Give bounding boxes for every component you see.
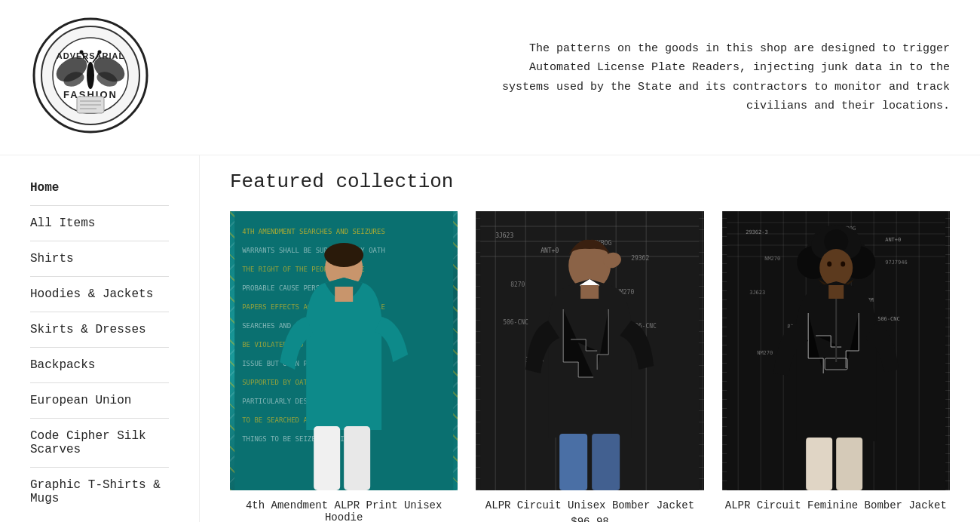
sidebar-item-shirts[interactable]: Shirts [30, 241, 169, 277]
svg-point-9 [87, 62, 94, 89]
svg-rect-35 [335, 287, 353, 302]
sidebar-item-all-items[interactable]: All Items [30, 206, 169, 241]
sidebar-item-graphic-tshirts-mugs[interactable]: Graphic T-Shirts & Mugs [30, 468, 169, 516]
svg-rect-61 [580, 285, 599, 299]
svg-text:ANT+0: ANT+0 [885, 237, 901, 243]
svg-rect-60 [592, 434, 620, 490]
sidebar-item-backpacks[interactable]: Backpacks [30, 348, 169, 383]
sidebar-item-code-cipher-silk-scarves[interactable]: Code Cipher Silk Scarves [30, 419, 169, 468]
svg-text:8270: 8270 [510, 281, 525, 288]
svg-text:3J623: 3J623 [749, 290, 765, 296]
product-name-3: ALPR Circuit Feminine Bomber Jacket [725, 499, 947, 511]
product-card-3[interactable]: 29362-3 CYBOG ANT+0 NM270 506-CNC 97J794… [722, 211, 950, 522]
svg-point-99 [841, 262, 845, 267]
sidebar-item-hoodies-jackets[interactable]: Hoodies & Jackets [30, 277, 169, 312]
logo-icon: ADVERSARIAL FASHION [30, 15, 151, 136]
product-name-1: 4th Amendment ALPR Print Unisex Hoodie [230, 499, 458, 522]
svg-rect-103 [836, 438, 862, 490]
svg-text:NM270: NM270 [764, 256, 780, 262]
collection-title: Featured collection [230, 170, 950, 193]
svg-text:4TH AMENDMENT SEARCHES AND SEI: 4TH AMENDMENT SEARCHES AND SEIZURES [242, 228, 385, 235]
svg-text:506-CNC: 506-CNC [503, 319, 528, 326]
logo-area[interactable]: ADVERSARIAL FASHION [30, 15, 196, 140]
svg-text:506-CNC: 506-CNC [877, 316, 900, 322]
svg-point-32 [324, 243, 363, 267]
product-card-2[interactable]: 3J623 ANT+0 CYBOG 29362 8270 97J7946 NM2… [476, 211, 703, 522]
sidebar-item-european-union[interactable]: European Union [30, 383, 169, 419]
svg-point-12 [80, 51, 84, 54]
sidebar-item-home[interactable]: Home [30, 170, 169, 206]
svg-rect-34 [344, 426, 370, 490]
svg-text:29362-3: 29362-3 [746, 229, 768, 235]
product-price-2: $96.98 [571, 516, 608, 522]
svg-rect-102 [806, 438, 832, 490]
page-wrapper: ADVERSARIAL FASHION [0, 0, 980, 522]
sidebar-item-skirts-dresses[interactable]: Skirts & Dresses [30, 312, 169, 348]
svg-text:WARRANTS SHALL BE SUPPORTED BY: WARRANTS SHALL BE SUPPORTED BY OATH [242, 247, 385, 254]
svg-point-13 [98, 51, 102, 54]
svg-text:ADVERSARIAL: ADVERSARIAL [57, 51, 124, 60]
sidebar: Home All Items Shirts Hoodies & Jackets … [0, 155, 200, 522]
product-name-2: ALPR Circuit Unisex Bomber Jacket [485, 499, 694, 511]
svg-text:97J7946: 97J7946 [885, 259, 908, 266]
svg-point-97 [819, 249, 853, 287]
content-area: Featured collection 4TH AMENDMENT SEARCH… [200, 155, 980, 522]
svg-rect-33 [314, 426, 340, 490]
svg-text:3J623: 3J623 [495, 232, 513, 239]
main-layout: Home All Items Shirts Hoodies & Jackets … [0, 155, 980, 522]
products-grid: 4TH AMENDMENT SEARCHES AND SEIZURES WARR… [230, 211, 950, 522]
product-image-3: 29362-3 CYBOG ANT+0 NM270 506-CNC 97J794… [722, 211, 950, 490]
product-image-1: 4TH AMENDMENT SEARCHES AND SEIZURES WARR… [230, 211, 458, 490]
header: ADVERSARIAL FASHION [0, 0, 980, 155]
svg-text:29362: 29362 [631, 255, 649, 262]
product-image-2: 3J623 ANT+0 CYBOG 29362 8270 97J7946 NM2… [476, 211, 703, 490]
product-card-1[interactable]: 4TH AMENDMENT SEARCHES AND SEIZURES WARR… [230, 211, 458, 522]
svg-rect-59 [559, 434, 587, 490]
header-tagline: The patterns on the goods in this shop a… [196, 39, 950, 116]
svg-text:NM270: NM270 [757, 350, 773, 356]
svg-rect-104 [828, 285, 844, 299]
svg-text:ANT+0: ANT+0 [541, 247, 559, 254]
svg-point-98 [827, 262, 831, 267]
